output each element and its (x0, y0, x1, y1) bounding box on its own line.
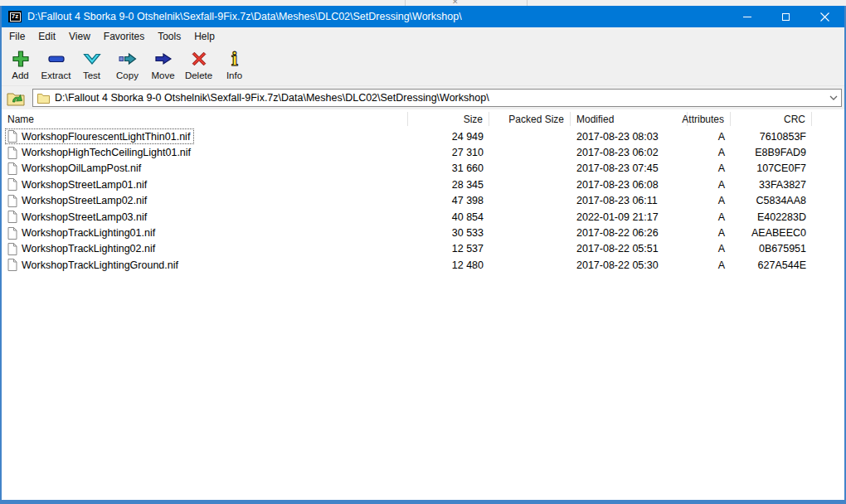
column-header-crc[interactable]: CRC (731, 112, 812, 126)
close-button[interactable] (805, 6, 844, 27)
test-check-icon (82, 49, 102, 69)
file-name[interactable]: WorkshopTrackLighting01.nif (22, 227, 155, 239)
column-header-attributes[interactable]: Attributes (688, 112, 731, 126)
table-row[interactable]: WorkshopTrackLighting01.nif 30 533 2017-… (2, 225, 844, 240)
window-title: D:\Fallout 4 Sborka 9-0 Otshelnik\Sexfal… (27, 11, 462, 22)
file-crc: C5834AA8 (731, 195, 812, 206)
file-modified: 2017-08-23 06:11 (571, 195, 688, 206)
file-icon (7, 211, 17, 223)
parent-folder-icon (6, 89, 26, 107)
address-path[interactable]: D:\Fallout 4 Sborka 9-0 Otshelnik\Sexfal… (55, 92, 824, 104)
table-row[interactable]: WorkshopStreetLamp02.nif 47 398 2017-08-… (2, 193, 844, 209)
file-modified: 2017-08-23 06:02 (571, 147, 688, 158)
extract-minus-icon (46, 49, 66, 69)
svg-text:i: i (231, 49, 237, 69)
menu-view[interactable]: View (62, 28, 97, 45)
file-attributes: A (688, 179, 731, 191)
file-crc: 33FA3827 (731, 179, 812, 191)
folder-icon (37, 93, 50, 104)
file-name[interactable]: WorkshopTrackLighting02.nif (22, 243, 155, 254)
maximize-icon (782, 13, 790, 21)
file-size: 31 660 (408, 162, 489, 174)
file-size: 28 345 (408, 179, 489, 191)
file-name[interactable]: WorkshopTrackLightingGround.nif (22, 259, 178, 271)
file-modified: 2017-08-22 05:30 (571, 259, 688, 271)
copy-button[interactable]: Copy (109, 49, 145, 85)
file-icon (7, 259, 17, 271)
column-header-name[interactable]: Name (2, 112, 408, 126)
file-size: 24 949 (408, 131, 489, 143)
move-arrow-icon (153, 49, 173, 69)
move-button[interactable]: Move (145, 49, 181, 85)
table-row[interactable]: WorkshopOilLampPost.nif 31 660 2017-08-2… (2, 161, 844, 177)
rows-container: WorkshopFlourescentLightThin01.nif 24 94… (2, 128, 844, 274)
address-combobox[interactable]: D:\Fallout 4 Sborka 9-0 Otshelnik\Sexfal… (32, 89, 842, 107)
column-header-packed-size[interactable]: Packed Size (489, 112, 571, 126)
7zip-app-icon: 7z (8, 11, 22, 22)
title-bar: 7z D:\Fallout 4 Sborka 9-0 Otshelnik\Sex… (2, 6, 844, 27)
file-modified: 2017-08-22 05:51 (571, 243, 688, 254)
file-attributes: A (688, 243, 731, 254)
file-attributes: A (688, 162, 731, 174)
file-name[interactable]: WorkshopOilLampPost.nif (22, 162, 141, 174)
file-crc: 107CE0F7 (731, 162, 812, 174)
table-row[interactable]: WorkshopFlourescentLightThin01.nif 24 94… (2, 128, 844, 144)
table-row[interactable]: WorkshopStreetLamp01.nif 28 345 2017-08-… (2, 177, 844, 192)
delete-button[interactable]: Delete (181, 49, 216, 85)
file-list: Name Size Packed Size Modified Attribute… (2, 109, 844, 500)
copy-arrow-icon (118, 49, 138, 69)
chevron-down-icon (829, 95, 838, 100)
table-row[interactable]: WorkshopStreetLamp03.nif 40 854 2022-01-… (2, 209, 844, 225)
file-crc: AEABEEC0 (731, 227, 812, 239)
menu-file[interactable]: File (2, 28, 32, 45)
maximize-button[interactable] (766, 6, 805, 27)
background-close-glyph: ✕ (452, 0, 459, 6)
file-name[interactable]: WorkshopFlourescentLightThin01.nif (22, 131, 190, 143)
menu-help[interactable]: Help (187, 28, 221, 45)
test-button[interactable]: Test (74, 49, 109, 85)
table-row[interactable]: WorkshopTrackLightingGround.nif 12 480 2… (2, 257, 844, 273)
table-row[interactable]: WorkshopHighTechCeilingLight01.nif 27 31… (2, 144, 844, 160)
minimize-button[interactable] (727, 6, 766, 27)
screen: ✕ 7z D:\Fallout 4 Sborka 9-0 Otshelnik\S… (0, 0, 846, 504)
list-header: Name Size Packed Size Modified Attribute… (2, 109, 844, 128)
file-attributes: A (688, 211, 731, 223)
extract-button[interactable]: Extract (38, 49, 74, 85)
file-crc: E402283D (731, 211, 812, 223)
file-icon (7, 162, 17, 175)
parent-folder-button[interactable] (3, 88, 28, 108)
file-icon (7, 130, 17, 143)
7zip-window: 7z D:\Fallout 4 Sborka 9-0 Otshelnik\Sex… (0, 6, 846, 504)
file-name[interactable]: WorkshopStreetLamp03.nif (22, 211, 147, 223)
address-bar: D:\Fallout 4 Sborka 9-0 Otshelnik\Sexfal… (2, 86, 844, 109)
file-name[interactable]: WorkshopHighTechCeilingLight01.nif (22, 147, 191, 158)
table-row[interactable]: WorkshopTrackLighting02.nif 12 537 2017-… (2, 241, 844, 257)
file-attributes: A (688, 259, 731, 271)
file-size: 27 310 (408, 147, 489, 158)
toolbar: Add Extract Test Copy (2, 46, 844, 86)
file-icon (7, 178, 17, 191)
background-divider (405, 0, 406, 6)
file-attributes: A (688, 195, 731, 206)
file-crc: 627A544E (731, 259, 812, 271)
menu-bar: File Edit View Favorites Tools Help (2, 27, 844, 46)
file-modified: 2022-01-09 21:17 (571, 211, 688, 223)
address-dropdown[interactable] (829, 95, 838, 100)
column-header-size[interactable]: Size (408, 112, 489, 126)
file-name[interactable]: WorkshopStreetLamp02.nif (22, 195, 147, 206)
menu-tools[interactable]: Tools (151, 28, 187, 45)
add-button[interactable]: Add (2, 49, 38, 85)
file-attributes: A (688, 131, 731, 143)
file-modified: 2017-08-23 06:08 (571, 179, 688, 191)
column-header-modified[interactable]: Modified (571, 112, 688, 126)
file-name[interactable]: WorkshopStreetLamp01.nif (22, 179, 147, 191)
caption-buttons (727, 6, 844, 27)
file-icon (7, 147, 17, 159)
menu-edit[interactable]: Edit (32, 28, 62, 45)
add-plus-icon (11, 49, 31, 69)
delete-x-icon (189, 49, 209, 69)
info-button[interactable]: i Info (216, 49, 252, 85)
menu-favorites[interactable]: Favorites (97, 28, 151, 45)
file-size: 47 398 (408, 195, 489, 206)
file-modified: 2017-08-22 06:26 (571, 227, 688, 239)
